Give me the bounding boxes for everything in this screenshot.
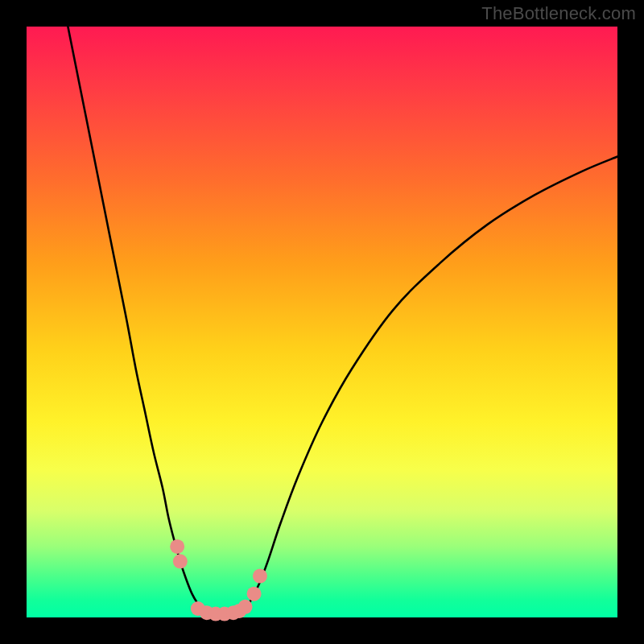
chart-svg [27, 27, 617, 617]
data-point [170, 539, 184, 554]
watermark-text: TheBottleneck.com [481, 3, 636, 24]
chart-frame: TheBottleneck.com [0, 0, 644, 644]
curve-right [239, 156, 617, 616]
data-point [238, 600, 253, 614]
data-point [173, 554, 188, 568]
data-point [247, 587, 262, 601]
data-point [253, 569, 267, 584]
plot-area [27, 27, 617, 617]
data-points-cluster [170, 539, 267, 621]
curve-left [68, 27, 209, 617]
